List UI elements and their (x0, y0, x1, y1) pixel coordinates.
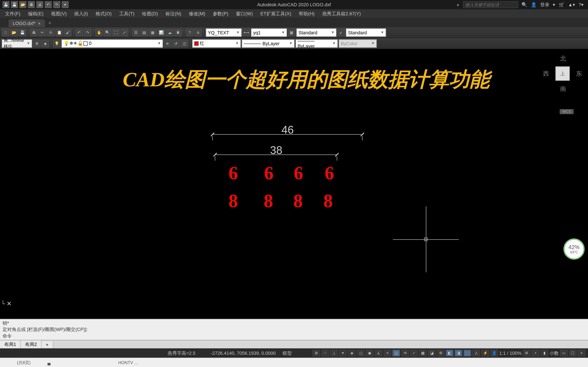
tb-save-icon[interactable]: 💾 (18, 29, 26, 36)
menu-file[interactable]: 文件(F) (2, 9, 24, 17)
file-tab-close-icon[interactable]: × (38, 21, 41, 25)
tb-zoomext-icon[interactable]: ⤢ (121, 29, 128, 36)
sb-ortho-icon[interactable]: ⊥ (330, 350, 338, 357)
tb-redo-icon[interactable]: ↷ (84, 29, 92, 36)
sb-snap-icon[interactable]: ∷ (321, 350, 329, 357)
layout-tab-2[interactable]: 布局2 (21, 340, 42, 348)
sb-person-icon[interactable]: 👤 (490, 350, 498, 357)
tb-layerprev-icon[interactable]: ↺ (172, 40, 180, 47)
menu-tools[interactable]: 工具(T) (116, 9, 138, 17)
layout-tab-1[interactable]: 布局1 (0, 340, 21, 348)
tb-designcenter-icon[interactable]: 📊 (157, 29, 165, 36)
lineweight-dropdown[interactable]: ByLayer▼ (295, 39, 338, 48)
tb-calc-icon[interactable]: 🖩 (174, 29, 182, 36)
layer-dropdown[interactable]: 💡❄☀🔓0▼ (61, 39, 163, 48)
tb-layeriso-icon[interactable]: ◫ (181, 40, 188, 47)
status-scale[interactable]: 1:1 / 100% (499, 350, 522, 356)
status-model-button[interactable]: 模型 (282, 350, 292, 356)
file-tab-add[interactable]: + (45, 18, 55, 27)
sb-hwaccel-icon[interactable]: ⚡ (482, 350, 489, 357)
sb-units-icon[interactable]: ▮ (541, 350, 548, 357)
taskbar-item-3[interactable]: HONTV ... (118, 360, 138, 365)
tb-zoomwin-icon[interactable]: ⛶ (112, 29, 120, 36)
model-space[interactable]: CAD绘图一个超好用的图纸数据计算功能 46 38 6 6 6 6 8 8 8 … (0, 49, 588, 319)
menu-modify[interactable]: 修改(M) (185, 9, 208, 17)
sb-otrack-icon[interactable]: ∠ (375, 350, 382, 357)
tb-sheetset-icon[interactable]: ▤ (140, 29, 148, 36)
table-style-dropdown[interactable]: Standard▼ (296, 28, 337, 36)
tb-match-icon[interactable]: 🖌 (64, 29, 72, 36)
person-icon[interactable]: 👤 (531, 2, 537, 7)
tb-undo-icon[interactable]: ↶ (75, 29, 83, 36)
sb-autoscale-icon[interactable]: ⬚ (464, 350, 471, 357)
sb-annomon-icon[interactable]: ▦ (419, 350, 427, 357)
tb-paste-icon[interactable]: 📋 (55, 29, 63, 36)
sb-cleanoff-icon[interactable]: ▭ (560, 350, 568, 357)
file-tab-active[interactable]: LOGO.dxf* × (9, 19, 45, 27)
tb-markup-icon[interactable]: ☁ (166, 29, 173, 36)
tb-help-icon[interactable]: ? (186, 29, 193, 36)
sb-3dosnap-icon[interactable]: ◉ (366, 350, 374, 357)
menu-dimension[interactable]: 标注(N) (162, 9, 185, 17)
taskbar-item-2[interactable]: ▄ (47, 360, 51, 365)
sb-selcycle-icon[interactable]: ⟲ (402, 350, 409, 357)
tb-toolpalettes-icon[interactable]: ▦ (149, 29, 157, 36)
tb-dim-icon[interactable]: ⟷ (243, 29, 250, 36)
search-input[interactable] (463, 1, 518, 8)
mleader-style-dropdown[interactable]: Standard▼ (346, 28, 386, 36)
sb-ws-icon[interactable]: ⚙ (437, 350, 445, 357)
viewcube[interactable]: 北 南 东 西 上 (546, 57, 579, 90)
cart-icon[interactable]: 🛒 (559, 2, 565, 7)
tb-properties-icon[interactable]: ☰ (132, 29, 140, 36)
menu-view[interactable]: 视图(V) (48, 9, 70, 17)
sb-annovis-icon[interactable]: ◨ (455, 350, 462, 357)
viewcube-top-face[interactable]: 上 (555, 67, 570, 81)
sb-cleanon-icon[interactable]: ☐ (569, 350, 577, 357)
sb-polar-icon[interactable]: ✦ (339, 350, 347, 357)
viewcube-north[interactable]: 北 (560, 55, 566, 63)
sb-iso-icon[interactable]: ◈ (348, 350, 356, 357)
help-icon[interactable]: ?▾ (579, 2, 584, 7)
sb-gear-icon[interactable]: ⚙ (523, 350, 530, 357)
qat-redo-icon[interactable]: ↷ (53, 1, 60, 8)
tb-text-icon[interactable]: A (194, 29, 202, 36)
qat-plot-icon[interactable]: 🖶 (28, 1, 35, 8)
menu-draw[interactable]: 绘图(D) (139, 9, 161, 17)
tb-open-icon[interactable]: 📂 (10, 29, 18, 36)
menu-help[interactable]: 帮助(H) (295, 9, 318, 17)
qat-undo-icon[interactable]: ↶ (45, 1, 52, 8)
command-line[interactable]: 销* 定对角点或 [栏选(F)/圈围(WP)/圈交(CP)]: 命令 (0, 319, 588, 340)
tb-layerprops-icon[interactable]: ⚙ (33, 40, 41, 47)
sb-ucs-icon[interactable]: 人 (473, 350, 480, 357)
tb-cut-icon[interactable]: ✂ (38, 29, 46, 36)
sb-osnap-icon[interactable]: ◻ (357, 350, 365, 357)
qat-save-icon[interactable]: 💾 (3, 1, 9, 8)
sb-transparency-icon[interactable]: ◫ (392, 350, 400, 357)
taskbar-item-1[interactable]: (共8页) (17, 359, 31, 366)
menu-insert[interactable]: 插入(I) (71, 9, 91, 17)
search-icon[interactable]: 🔍 (521, 2, 527, 7)
tb-layermatch-icon[interactable]: ≋ (164, 40, 172, 47)
viewcube-west[interactable]: 西 (543, 70, 549, 78)
text-style-dropdown[interactable]: YQ_TEXT▼ (206, 28, 242, 36)
menu-param[interactable]: 参数(P) (209, 9, 232, 17)
app-menu-icon[interactable]: ▲▾ (568, 2, 575, 7)
layout-tab-add[interactable]: + (42, 341, 53, 348)
menu-et[interactable]: ET扩展工具(X) (257, 9, 295, 17)
qat-open-icon[interactable]: 📂 (19, 1, 26, 8)
tb-layerstate-icon[interactable]: ◈ (42, 40, 49, 47)
sb-plus-icon[interactable]: + (532, 350, 539, 357)
sb-dwgcheck-icon[interactable]: ✓ (410, 350, 418, 357)
menu-edit[interactable]: 编辑(E) (25, 9, 47, 17)
menu-yanxiu[interactable]: 燕秀工具箱2.87(Y) (319, 9, 364, 17)
tb-pan-icon[interactable]: ✋ (95, 29, 103, 36)
qat-saveas-icon[interactable]: 💾 (11, 1, 18, 8)
layer-prefix-dropdown[interactable]: 典...hinese 移位▼ (2, 39, 32, 48)
login-label[interactable]: 登录 (540, 1, 550, 8)
viewcube-east[interactable]: 东 (576, 70, 582, 78)
sb-custom-icon[interactable]: ≡ (578, 350, 585, 357)
linetype-dropdown[interactable]: ByLayer▼ (242, 39, 295, 48)
menu-format[interactable]: 格式(O) (92, 9, 115, 17)
color-dropdown[interactable]: 红▼ (192, 39, 241, 48)
infocenter-arrow-icon[interactable]: ▸ (457, 2, 460, 7)
